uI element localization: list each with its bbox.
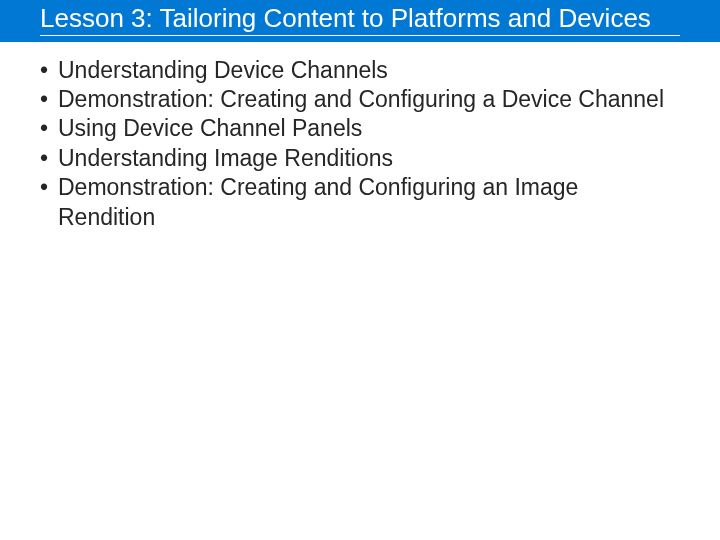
bullet-list: Understanding Device Channels Demonstrat… (40, 56, 680, 233)
slide-content: Understanding Device Channels Demonstrat… (0, 42, 720, 233)
list-item: Understanding Image Renditions (40, 144, 680, 173)
title-bar: Lesson 3: Tailoring Content to Platforms… (0, 0, 720, 42)
list-item: Demonstration: Creating and Configuring … (40, 173, 680, 232)
list-item: Understanding Device Channels (40, 56, 680, 85)
list-item: Demonstration: Creating and Configuring … (40, 85, 680, 114)
list-item: Using Device Channel Panels (40, 114, 680, 143)
slide-title: Lesson 3: Tailoring Content to Platforms… (40, 4, 680, 36)
